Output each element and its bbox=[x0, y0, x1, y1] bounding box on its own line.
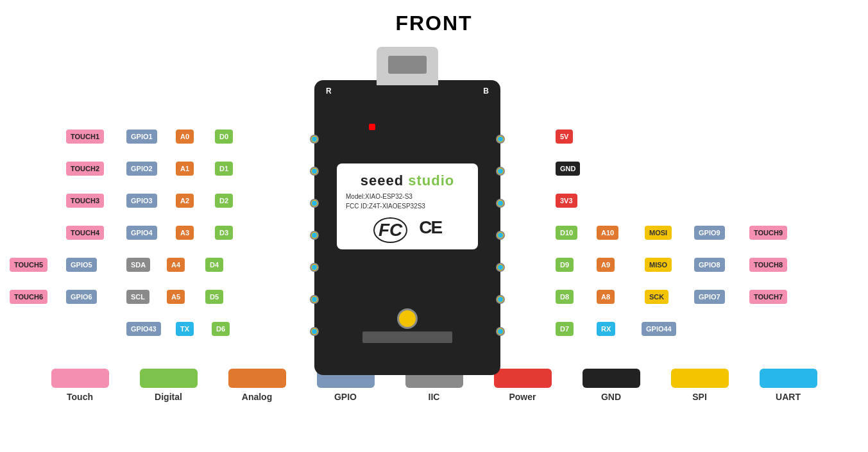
legend-spi-label: SPI bbox=[692, 392, 707, 402]
board: R B seeed studio Model:XIAO-ESP32-S3 FCC… bbox=[314, 80, 500, 375]
pin-d8: D8 bbox=[556, 290, 574, 304]
legend-gnd: GND bbox=[583, 369, 640, 402]
pin-d2: D2 bbox=[215, 194, 233, 208]
pin-d4: D4 bbox=[205, 258, 223, 272]
page-title: FRONT bbox=[0, 0, 868, 35]
ce-icon: CE bbox=[419, 217, 441, 243]
legend-touch-label: Touch bbox=[67, 392, 93, 402]
pin-a4: A4 bbox=[167, 258, 185, 272]
dot-left-6 bbox=[312, 297, 317, 302]
usb-connector bbox=[377, 47, 438, 85]
pin-d10: D10 bbox=[556, 226, 577, 240]
pin-rx: RX bbox=[597, 322, 615, 336]
pin-touch6: TOUCH6 bbox=[10, 290, 47, 304]
dot-right-4 bbox=[498, 233, 503, 238]
pin-miso: MISO bbox=[645, 258, 672, 272]
legend-digital: Digital bbox=[140, 369, 198, 402]
legend-power-label: Power bbox=[509, 392, 536, 402]
pin-touch8: TOUCH8 bbox=[749, 258, 787, 272]
pin-3v3: 3V3 bbox=[556, 194, 577, 208]
pin-d7: D7 bbox=[556, 322, 574, 336]
dot-right-3 bbox=[498, 201, 503, 206]
pin-d1: D1 bbox=[215, 162, 233, 176]
pin-mosi: MOSI bbox=[645, 226, 672, 240]
pin-scl: SCL bbox=[126, 290, 149, 304]
pin-d0: D0 bbox=[215, 130, 233, 144]
pin-a1: A1 bbox=[176, 162, 194, 176]
legend-digital-box bbox=[140, 369, 198, 388]
dot-left-3 bbox=[312, 201, 317, 206]
dot-right-6 bbox=[498, 297, 503, 302]
pin-touch5: TOUCH5 bbox=[10, 258, 47, 272]
pin-sck: SCK bbox=[645, 290, 668, 304]
legend-iic-label: IIC bbox=[429, 392, 440, 402]
legend-uart-label: UART bbox=[776, 392, 801, 402]
pin-a5: A5 bbox=[167, 290, 185, 304]
legend-touch: Touch bbox=[51, 369, 109, 402]
pin-d9: D9 bbox=[556, 258, 574, 272]
board-brand-name: seeed studio bbox=[346, 172, 469, 189]
legend-analog: Analog bbox=[228, 369, 286, 402]
pin-gpio5: GPIO5 bbox=[66, 258, 97, 272]
board-label-b: B bbox=[483, 87, 489, 96]
pin-d3: D3 bbox=[215, 226, 233, 240]
pin-touch2: TOUCH2 bbox=[66, 162, 104, 176]
pin-gnd: GND bbox=[556, 162, 580, 176]
pin-gpio7: GPIO7 bbox=[694, 290, 725, 304]
pin-touch4: TOUCH4 bbox=[66, 226, 104, 240]
pin-a10: A10 bbox=[597, 226, 618, 240]
pin-sda: SDA bbox=[126, 258, 150, 272]
pin-gpio3: GPIO3 bbox=[126, 194, 157, 208]
pin-gpio2: GPIO2 bbox=[126, 162, 157, 176]
pin-gpio43: GPIO43 bbox=[126, 322, 161, 336]
bottom-connector bbox=[362, 331, 452, 343]
bottom-component bbox=[397, 308, 418, 329]
pin-touch9: TOUCH9 bbox=[749, 226, 787, 240]
pin-d6: D6 bbox=[212, 322, 230, 336]
board-icons: FC CE bbox=[346, 217, 469, 243]
pin-gpio44: GPIO44 bbox=[642, 322, 676, 336]
pin-touch1: TOUCH1 bbox=[66, 130, 104, 144]
usb-inner bbox=[388, 56, 427, 74]
legend-gnd-box bbox=[583, 369, 640, 388]
dot-left-7 bbox=[312, 329, 317, 334]
legend-power: Power bbox=[494, 369, 552, 402]
legend-analog-box bbox=[228, 369, 286, 388]
pin-gpio6: GPIO6 bbox=[66, 290, 97, 304]
pin-gpio1: GPIO1 bbox=[126, 130, 157, 144]
legend-power-box bbox=[494, 369, 552, 388]
legend-touch-box bbox=[51, 369, 109, 388]
pin-gpio8: GPIO8 bbox=[694, 258, 725, 272]
legend-uart-box bbox=[760, 369, 817, 388]
dot-right-7 bbox=[498, 329, 503, 334]
pin-a3: A3 bbox=[176, 226, 194, 240]
pin-touch3: TOUCH3 bbox=[66, 194, 104, 208]
pin-a9: A9 bbox=[597, 258, 615, 272]
legend-digital-label: Digital bbox=[155, 392, 182, 402]
pin-5v: 5V bbox=[556, 130, 573, 144]
dot-left-5 bbox=[312, 265, 317, 270]
pin-gpio4: GPIO4 bbox=[126, 226, 157, 240]
pin-gpio9: GPIO9 bbox=[694, 226, 725, 240]
dot-right-5 bbox=[498, 265, 503, 270]
legend-analog-label: Analog bbox=[242, 392, 272, 402]
fc-icon: FC bbox=[373, 217, 407, 243]
legend-uart: UART bbox=[760, 369, 817, 402]
dot-right-2 bbox=[498, 169, 503, 174]
pin-d5: D5 bbox=[205, 290, 223, 304]
pin-a2: A2 bbox=[176, 194, 194, 208]
legend-spi: SPI bbox=[671, 369, 729, 402]
board-label-r: R bbox=[326, 87, 332, 96]
pin-tx: TX bbox=[176, 322, 194, 336]
board-model: Model:XIAO-ESP32-S3 FCC ID:Z4T-XIAOESP32… bbox=[346, 192, 469, 211]
legend-gpio-label: GPIO bbox=[334, 392, 357, 402]
led-red bbox=[369, 124, 375, 130]
dot-left-2 bbox=[312, 169, 317, 174]
pin-a0: A0 bbox=[176, 130, 194, 144]
legend-gnd-label: GND bbox=[601, 392, 621, 402]
dot-left-4 bbox=[312, 233, 317, 238]
dot-right-1 bbox=[498, 137, 503, 142]
diagram-area: R B seeed studio Model:XIAO-ESP32-S3 FCC… bbox=[0, 48, 868, 414]
legend-spi-box bbox=[671, 369, 729, 388]
pin-a8: A8 bbox=[597, 290, 615, 304]
